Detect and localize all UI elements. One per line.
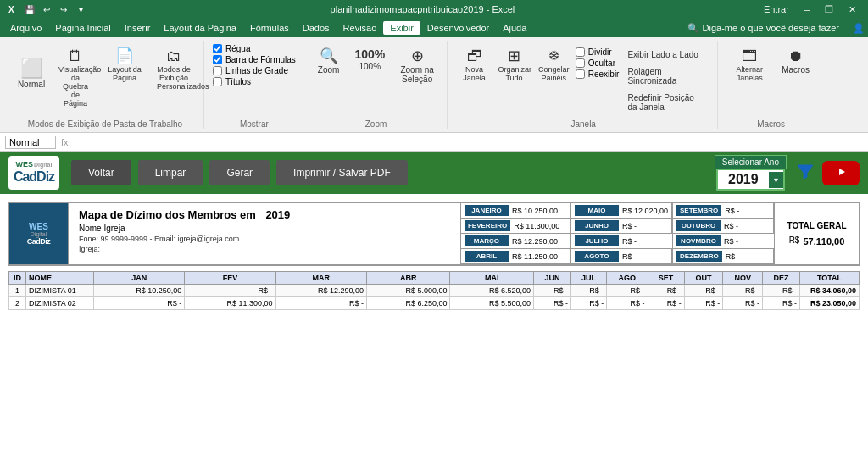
titles-checkbox[interactable] bbox=[213, 77, 222, 86]
row1-mai: R$ 6.520,00 bbox=[450, 285, 534, 297]
formula-bar-checkbox-row[interactable]: Barra de Fórmulas bbox=[213, 55, 296, 64]
row1-out: R$ - bbox=[684, 285, 723, 297]
col-id: ID bbox=[9, 272, 26, 285]
unhide-checkbox[interactable] bbox=[576, 69, 585, 79]
col-jun: JUN bbox=[534, 272, 571, 285]
row1-id: 1 bbox=[9, 285, 26, 297]
reset-window-position-button[interactable]: Redefinir Posição da Janela bbox=[622, 91, 710, 114]
search-box[interactable]: 🔍 Diga-me o que você deseja fazer bbox=[681, 21, 846, 36]
entrar-button[interactable]: Entrar bbox=[759, 3, 794, 15]
menu-exibir[interactable]: Exibir bbox=[383, 21, 420, 35]
row2-mai: R$ 5.500,00 bbox=[450, 297, 534, 310]
formula-divider: fx bbox=[61, 137, 69, 147]
name-box[interactable] bbox=[5, 136, 56, 149]
window-content: 🗗 Nova Janela ⊞ Organizar Tudo ❄ Congela… bbox=[456, 41, 710, 118]
redo-icon[interactable]: ↪ bbox=[58, 5, 70, 14]
split-checkbox-row[interactable]: Dividir bbox=[576, 47, 620, 57]
menu-layout[interactable]: Layout da Página bbox=[157, 21, 243, 35]
map-card-church-name: Nome Igreja bbox=[79, 224, 450, 233]
map-header-row: WES Digital CadDiz Mapa de Dízimo dos Me… bbox=[9, 203, 859, 265]
macros-button[interactable]: ⏺ Macros bbox=[776, 44, 815, 79]
youtube-button[interactable] bbox=[822, 161, 860, 185]
monthly-out: OUTUBRO R$ - bbox=[673, 219, 774, 234]
quick-access-more[interactable]: ▾ bbox=[75, 5, 86, 14]
zoom-selection-button[interactable]: ⊕ Zoom na Seleção bbox=[394, 44, 440, 88]
menu-inserir[interactable]: Inserir bbox=[118, 21, 158, 35]
ribbon: ⬜ Normal 🗒 Visualização da Quebra de Pág… bbox=[0, 37, 868, 133]
regua-checkbox-row[interactable]: Régua bbox=[213, 44, 296, 53]
menu-pagina-inicial[interactable]: Página Inicial bbox=[48, 21, 117, 35]
zoom-button[interactable]: 🔍 Zoom bbox=[312, 44, 346, 79]
menu-formulas[interactable]: Fórmulas bbox=[243, 21, 296, 35]
view-side-by-side-button[interactable]: Exibir Lado a Lado bbox=[622, 47, 710, 62]
logo-digital: Digital bbox=[34, 162, 52, 169]
page-break-preview-button[interactable]: 🗒 Visualização da Quebra de Página bbox=[53, 44, 98, 112]
zoom-label: Zoom bbox=[312, 118, 440, 129]
year-dropdown-button[interactable]: ▾ bbox=[769, 172, 783, 188]
imprimir-button[interactable]: Imprimir / Salvar PDF bbox=[276, 160, 408, 185]
col-abr: ABR bbox=[366, 272, 450, 285]
ago-val: R$ - bbox=[622, 252, 637, 261]
new-window-button[interactable]: 🗗 Nova Janela bbox=[456, 44, 492, 86]
row2-ago: R$ - bbox=[607, 297, 648, 310]
col-dez: DEZ bbox=[762, 272, 799, 285]
menu-desenvolvedor[interactable]: Desenvolvedor bbox=[420, 21, 496, 35]
unhide-checkbox-row[interactable]: Reexibir bbox=[576, 69, 620, 79]
limpar-button[interactable]: Limpar bbox=[138, 160, 203, 185]
row1-mar: R$ 12.290,00 bbox=[275, 285, 366, 297]
freeze-panes-button[interactable]: ❄ Congelar Painéis bbox=[536, 44, 572, 86]
page-layout-button[interactable]: 📄 Layout da Página bbox=[102, 44, 147, 86]
menu-dados[interactable]: Dados bbox=[296, 21, 337, 35]
split-checkbox[interactable] bbox=[576, 47, 585, 57]
show-label: Mostrar bbox=[213, 118, 296, 129]
monthly-set: SETEMBRO R$ - bbox=[673, 203, 774, 219]
voltar-button[interactable]: Voltar bbox=[71, 160, 131, 185]
jul-label: JULHO bbox=[575, 235, 619, 246]
row2-mar: R$ - bbox=[275, 297, 366, 310]
switch-windows-button[interactable]: 🗔 Alternar Janelas bbox=[726, 44, 772, 86]
restore-button[interactable]: ❐ bbox=[820, 3, 838, 16]
monthly-jul: JULHO R$ - bbox=[571, 234, 672, 249]
year-input[interactable] bbox=[718, 170, 769, 189]
save-icon[interactable]: 💾 bbox=[24, 5, 36, 14]
regua-checkbox[interactable] bbox=[213, 44, 222, 53]
close-button[interactable]: ✕ bbox=[843, 3, 861, 16]
row2-nov: R$ - bbox=[723, 297, 763, 310]
out-label: OUTUBRO bbox=[676, 220, 721, 231]
maio-val: R$ 12.020,00 bbox=[622, 207, 668, 215]
filter-icon-button[interactable] bbox=[795, 161, 815, 185]
hide-checkbox[interactable] bbox=[576, 58, 585, 68]
gerar-button[interactable]: Gerar bbox=[209, 160, 270, 185]
view-modes-content: ⬜ Normal 🗒 Visualização da Quebra de Pág… bbox=[14, 41, 197, 118]
zoom-100-button[interactable]: 100% 100% bbox=[348, 44, 391, 75]
hide-checkbox-row[interactable]: Ocultar bbox=[576, 58, 620, 68]
row1-abr: R$ 5.000,00 bbox=[366, 285, 450, 297]
formula-bar-checkbox[interactable] bbox=[213, 55, 222, 64]
year-select-label: Selecionar Ano bbox=[715, 155, 787, 169]
title-bar: X 💾 ↩ ↪ ▾ planilhadizimomapacpntribuicao… bbox=[0, 0, 868, 19]
arrange-all-button[interactable]: ⊞ Organizar Tudo bbox=[496, 44, 532, 86]
normal-view-button[interactable]: ⬜ Normal bbox=[14, 44, 49, 103]
custom-views-button[interactable]: 🗂 Modos de Exibição Personalizados bbox=[151, 44, 197, 95]
gridlines-checkbox-row[interactable]: Linhas de Grade bbox=[213, 66, 296, 75]
mar-label: MARÇO bbox=[465, 235, 509, 246]
minimize-button[interactable]: – bbox=[799, 3, 815, 15]
user-icon[interactable]: 👤 bbox=[853, 23, 865, 34]
title-bar-left: X 💾 ↩ ↪ ▾ bbox=[7, 5, 86, 14]
gridlines-checkbox[interactable] bbox=[213, 66, 222, 75]
monthly-mar: MARÇO R$ 12.290,00 bbox=[461, 234, 570, 249]
row1-jun: R$ - bbox=[534, 285, 571, 297]
col-mar: MAR bbox=[275, 272, 366, 285]
sync-scroll-button[interactable]: Rolagem Sincronizada bbox=[622, 64, 710, 88]
menu-ajuda[interactable]: Ajuda bbox=[496, 21, 533, 35]
row1-set: R$ - bbox=[648, 285, 684, 297]
year-select-group: Selecionar Ano ▾ bbox=[715, 155, 787, 191]
map-card-phone: Fone: 99 9999-9999 - Email: igreja@igrej… bbox=[79, 235, 450, 243]
undo-icon[interactable]: ↩ bbox=[41, 5, 53, 14]
titles-checkbox-row[interactable]: Títulos bbox=[213, 77, 296, 86]
menu-arquivo[interactable]: Arquivo bbox=[3, 21, 48, 35]
menu-revisao[interactable]: Revisão bbox=[337, 21, 384, 35]
svg-text:X: X bbox=[8, 5, 14, 14]
zoom-content: 🔍 Zoom 100% 100% ⊕ Zoom na Seleção bbox=[312, 41, 440, 118]
jan-label: JANEIRO bbox=[465, 205, 509, 216]
